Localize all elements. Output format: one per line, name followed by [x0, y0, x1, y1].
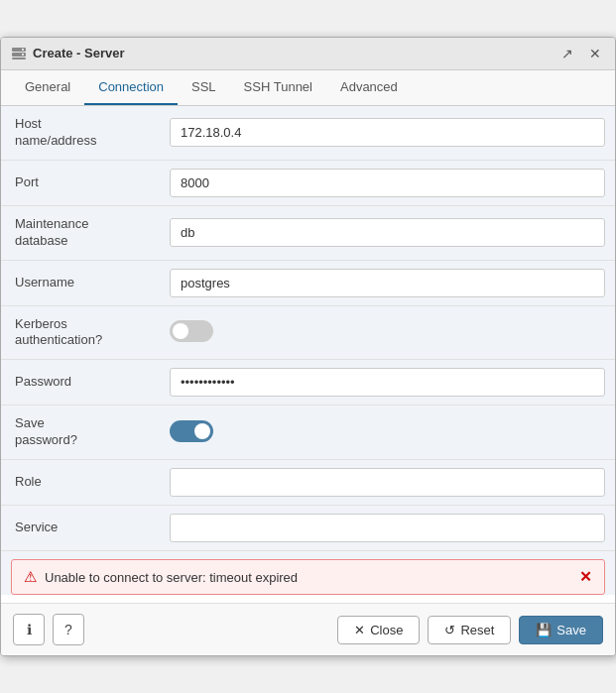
svg-rect-2 — [12, 58, 26, 59]
maintenance-db-label: Maintenancedatabase — [1, 206, 160, 260]
maintenance-db-input[interactable] — [170, 218, 605, 247]
save-password-toggle[interactable] — [170, 420, 213, 442]
tab-ssl[interactable]: SSL — [178, 70, 230, 105]
info-icon: ℹ — [27, 622, 32, 637]
title-bar-left: Create - Server — [11, 46, 125, 61]
close-x-icon: ✕ — [354, 623, 365, 637]
create-server-dialog: Create - Server ↗ ✕ General Connection S… — [0, 37, 616, 656]
close-button[interactable]: ✕ Close — [337, 616, 420, 644]
port-label: Port — [1, 165, 160, 201]
save-label: Save — [556, 623, 586, 637]
username-label: Username — [1, 265, 160, 301]
port-input-wrap — [160, 163, 615, 203]
save-password-label: Savepassword? — [1, 405, 160, 459]
password-row: Password — [1, 360, 615, 405]
kerberos-row: Kerberosauthentication? — [1, 306, 615, 361]
close-window-button[interactable]: ✕ — [585, 44, 605, 63]
service-row: Service — [1, 506, 615, 551]
password-label: Password — [1, 364, 160, 401]
reset-icon: ↺ — [444, 623, 455, 637]
footer: ℹ ? ✕ Close ↺ Reset 💾 Save — [1, 603, 615, 655]
save-password-toggle-wrap — [160, 412, 223, 453]
kerberos-toggle-wrap — [160, 312, 223, 353]
password-input[interactable] — [170, 368, 605, 397]
error-bar: ⚠ Unable to connect to server: timeout e… — [11, 559, 605, 595]
tab-connection[interactable]: Connection — [84, 70, 178, 105]
service-input[interactable] — [170, 514, 605, 542]
title-bar: Create - Server ↗ ✕ — [1, 38, 615, 70]
host-input[interactable] — [170, 118, 605, 147]
help-button[interactable]: ? — [53, 614, 84, 645]
footer-left: ℹ ? — [13, 614, 84, 645]
role-input[interactable] — [170, 468, 605, 497]
svg-point-3 — [22, 49, 24, 51]
service-label: Service — [1, 510, 160, 546]
username-input-wrap — [160, 263, 615, 303]
close-label: Close — [370, 623, 403, 637]
window-title: Create - Server — [33, 46, 125, 60]
host-row: Hostname/address — [1, 106, 615, 161]
error-close-button[interactable]: ✕ — [579, 568, 592, 586]
error-icon: ⚠ — [24, 568, 37, 586]
host-input-wrap — [160, 112, 615, 153]
port-input[interactable] — [170, 169, 605, 197]
reset-button[interactable]: ↺ Reset — [428, 616, 511, 644]
server-icon — [11, 46, 27, 61]
save-password-slider — [170, 420, 213, 442]
tab-general[interactable]: General — [11, 70, 84, 105]
tab-ssh-tunnel[interactable]: SSH Tunnel — [230, 70, 326, 105]
kerberos-slider — [170, 320, 213, 342]
username-input[interactable] — [170, 269, 605, 297]
maintenance-db-row: Maintenancedatabase — [1, 206, 615, 261]
port-row: Port — [1, 161, 615, 206]
role-input-wrap — [160, 462, 615, 503]
footer-right: ✕ Close ↺ Reset 💾 Save — [337, 616, 603, 644]
reset-label: Reset — [460, 623, 494, 637]
role-label: Role — [1, 464, 160, 501]
tabs: General Connection SSL SSH Tunnel Advanc… — [1, 70, 615, 106]
help-icon: ? — [64, 622, 72, 637]
expand-button[interactable]: ↗ — [557, 44, 577, 63]
role-row: Role — [1, 460, 615, 506]
tab-advanced[interactable]: Advanced — [326, 70, 412, 105]
svg-point-4 — [22, 54, 24, 56]
host-label: Hostname/address — [1, 106, 160, 160]
password-input-wrap — [160, 362, 615, 403]
title-bar-right: ↗ ✕ — [557, 44, 605, 63]
save-button[interactable]: 💾 Save — [519, 616, 603, 644]
error-message: Unable to connect to server: timeout exp… — [45, 570, 571, 585]
save-icon: 💾 — [536, 623, 552, 637]
save-password-row: Savepassword? — [1, 405, 615, 460]
info-button[interactable]: ℹ — [13, 614, 45, 645]
kerberos-toggle[interactable] — [170, 320, 213, 342]
maintenance-db-input-wrap — [160, 212, 615, 253]
service-input-wrap — [160, 508, 615, 548]
username-row: Username — [1, 261, 615, 306]
kerberos-label: Kerberosauthentication? — [1, 306, 160, 360]
form-area: Hostname/address Port Maintenancedatabas… — [1, 106, 615, 595]
